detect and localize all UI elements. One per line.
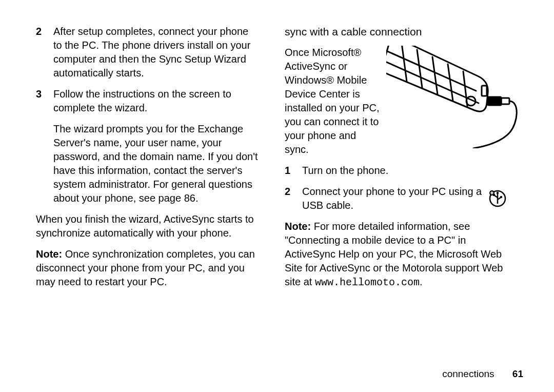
manual-page: 2 After setup completes, connect your ph… [0, 0, 554, 392]
step-1-right: 1 Turn on the phone. [285, 164, 508, 178]
phone-usb-illustration [382, 46, 520, 156]
note-label: Note: [285, 221, 311, 232]
svg-rect-8 [488, 97, 501, 105]
intro-block: Once Microsoft® ActiveSync or Windows® M… [285, 46, 508, 156]
svg-line-3 [448, 64, 453, 101]
left-column: 2 After setup completes, connect your ph… [36, 25, 272, 371]
svg-line-1 [417, 50, 422, 88]
step-number: 2 [36, 25, 53, 80]
step-number: 3 [36, 87, 53, 115]
note-url: www.hellomoto.com [315, 277, 420, 288]
usb-sync-icon [487, 185, 508, 212]
svg-point-15 [500, 196, 502, 198]
page-footer: connections 61 [442, 368, 523, 380]
step-number: 2 [285, 185, 302, 212]
note-paragraph-right: Note: For more detailed information, see… [285, 220, 508, 289]
svg-line-2 [432, 57, 438, 94]
step-text: Follow the instructions on the screen to… [53, 87, 259, 115]
svg-rect-7 [482, 86, 487, 96]
step-2: 2 After setup completes, connect your ph… [36, 25, 259, 80]
phone-cable-icon [386, 46, 520, 148]
step-text: After setup completes, connect your phon… [53, 25, 259, 80]
step-number: 1 [285, 164, 302, 178]
note-body: Once synchronization completes, you can … [36, 248, 255, 287]
svg-point-13 [497, 192, 499, 194]
step-3: 3 Follow the instructions on the screen … [36, 87, 259, 115]
section-name: connections [442, 368, 494, 379]
note-paragraph: Note: Once synchronization completes, yo… [36, 247, 259, 289]
svg-rect-9 [501, 98, 509, 104]
finish-paragraph: When you finish the wizard, ActiveSync s… [36, 212, 259, 240]
step-3-detail: The wizard prompts you for the Exchange … [53, 122, 259, 205]
page-number: 61 [512, 368, 523, 379]
step-text: Connect your phone to your PC using a US… [302, 185, 487, 212]
step-text: Turn on the phone. [302, 164, 508, 178]
note-label: Note: [36, 248, 62, 260]
note-body-b: . [420, 276, 423, 287]
svg-line-5 [386, 51, 476, 91]
step-2-right: 2 Connect your phone to your PC using a … [285, 185, 508, 212]
right-column: sync with a cable connection Once Micros… [272, 25, 508, 371]
svg-line-0 [402, 46, 407, 82]
intro-text: Once Microsoft® ActiveSync or Windows® M… [285, 46, 382, 156]
section-heading: sync with a cable connection [285, 25, 508, 38]
